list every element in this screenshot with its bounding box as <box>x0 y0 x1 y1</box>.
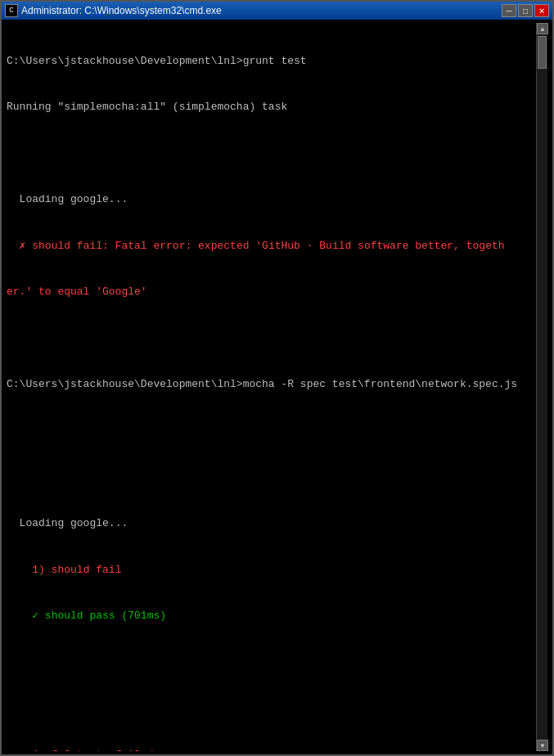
title-bar-buttons: ─ □ ✕ <box>502 4 549 17</box>
line-8: C:\Users\jstackhouse\Development\lnl>moc… <box>7 377 536 393</box>
line-6: er.' to equal 'Google' <box>7 285 536 300</box>
line-15 <box>7 701 536 717</box>
cmd-window: C Administrator: C:\Windows\system32\cmd… <box>0 0 554 756</box>
scroll-thumb[interactable] <box>538 36 547 69</box>
scroll-track[interactable] <box>537 34 547 740</box>
line-7 <box>7 331 536 347</box>
maximize-button[interactable]: □ <box>518 4 533 17</box>
title-bar-left: C Administrator: C:\Windows\system32\cmd… <box>5 4 222 17</box>
line-9 <box>7 424 536 439</box>
cmd-icon: C <box>5 4 18 17</box>
line-11: Loading google... <box>7 516 536 532</box>
line-10 <box>7 470 536 485</box>
window-title: Administrator: C:\Windows\system32\cmd.e… <box>21 5 222 16</box>
console-area: C:\Users\jstackhouse\Development\lnl>gru… <box>2 20 552 754</box>
close-button[interactable]: ✕ <box>534 4 549 17</box>
scrollbar[interactable]: ▲ ▼ <box>536 23 547 751</box>
line-12: 1) should fail <box>7 563 536 578</box>
line-5: ✗ should fail: Fatal error: expected 'Gi… <box>7 239 536 254</box>
scroll-down-arrow[interactable]: ▼ <box>537 740 548 751</box>
title-bar: C Administrator: C:\Windows\system32\cmd… <box>2 2 552 20</box>
console-output[interactable]: C:\Users\jstackhouse\Development\lnl>gru… <box>7 23 536 751</box>
line-2: Running "simplemocha:all" (simplemocha) … <box>7 100 536 115</box>
scroll-up-arrow[interactable]: ▲ <box>537 23 548 34</box>
line-1: C:\Users\jstackhouse\Development\lnl>gru… <box>7 54 536 70</box>
line-13: ✓ should pass (701ms) <box>7 609 536 624</box>
line-3 <box>7 146 536 162</box>
minimize-button[interactable]: ─ <box>502 4 516 17</box>
line-14 <box>7 655 536 671</box>
line-4: Loading google... <box>7 192 536 208</box>
line-16: ✗ 1 of 2 tests failed: <box>7 748 536 751</box>
